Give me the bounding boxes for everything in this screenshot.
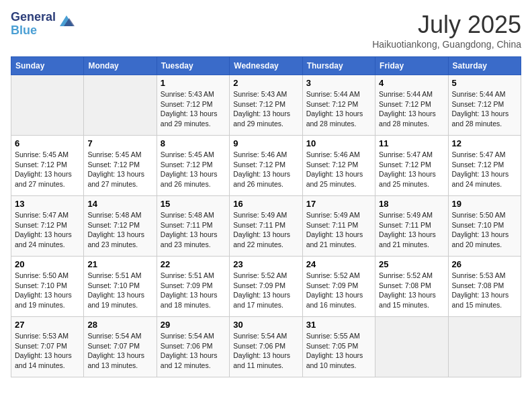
day-info-line: Sunrise: 5:51 AM bbox=[161, 271, 226, 281]
day-cell: 4Sunrise: 5:44 AMSunset: 7:12 PMDaylight… bbox=[375, 75, 448, 136]
day-cell: 28Sunrise: 5:54 AMSunset: 7:07 PMDayligh… bbox=[84, 317, 157, 377]
day-number: 2 bbox=[233, 78, 298, 88]
calendar-table: SundayMondayTuesdayWednesdayThursdayFrid… bbox=[11, 56, 521, 377]
day-info-line: Sunset: 7:08 PM bbox=[452, 281, 517, 291]
day-number: 25 bbox=[379, 259, 444, 269]
week-row-3: 13Sunrise: 5:47 AMSunset: 7:12 PMDayligh… bbox=[11, 196, 521, 257]
day-cell: 18Sunrise: 5:49 AMSunset: 7:11 PMDayligh… bbox=[375, 196, 448, 257]
day-info-line: Sunrise: 5:52 AM bbox=[379, 271, 444, 281]
day-cell: 30Sunrise: 5:54 AMSunset: 7:06 PMDayligh… bbox=[230, 317, 302, 377]
day-info-line: Daylight: 13 hours and 16 minutes. bbox=[306, 290, 371, 310]
day-number: 28 bbox=[87, 320, 152, 330]
day-number: 4 bbox=[379, 78, 444, 88]
day-cell: 25Sunrise: 5:52 AMSunset: 7:08 PMDayligh… bbox=[375, 257, 448, 317]
day-info-line: Sunrise: 5:48 AM bbox=[87, 210, 152, 220]
day-number: 1 bbox=[161, 78, 226, 88]
day-info-line: Sunrise: 5:49 AM bbox=[233, 210, 298, 220]
day-info-line: Daylight: 13 hours and 15 minutes. bbox=[379, 290, 444, 310]
day-info-line: Daylight: 13 hours and 13 minutes. bbox=[87, 351, 152, 370]
day-number: 26 bbox=[452, 259, 517, 269]
day-info-line: Sunset: 7:09 PM bbox=[161, 281, 226, 291]
day-info-line: Daylight: 13 hours and 21 minutes. bbox=[306, 230, 371, 249]
day-info-line: Daylight: 13 hours and 29 minutes. bbox=[233, 109, 298, 128]
day-number: 15 bbox=[161, 199, 226, 209]
logo: General Blue bbox=[11, 11, 76, 38]
day-info-line: Sunset: 7:12 PM bbox=[452, 99, 517, 109]
day-info-line: Sunrise: 5:49 AM bbox=[379, 210, 444, 220]
day-info-line: Sunset: 7:06 PM bbox=[233, 341, 298, 351]
day-info-line: Sunset: 7:05 PM bbox=[306, 341, 371, 351]
day-info-line: Sunset: 7:07 PM bbox=[87, 341, 152, 351]
day-cell: 3Sunrise: 5:44 AMSunset: 7:12 PMDaylight… bbox=[302, 75, 375, 136]
day-cell: 6Sunrise: 5:45 AMSunset: 7:12 PMDaylight… bbox=[11, 136, 84, 196]
header-row: SundayMondayTuesdayWednesdayThursdayFrid… bbox=[11, 57, 521, 75]
day-info: Sunrise: 5:53 AMSunset: 7:07 PMDaylight:… bbox=[15, 331, 80, 371]
day-number: 17 bbox=[306, 199, 371, 209]
day-info-line: Sunset: 7:09 PM bbox=[306, 281, 371, 291]
day-cell: 12Sunrise: 5:47 AMSunset: 7:12 PMDayligh… bbox=[448, 136, 521, 196]
day-number: 5 bbox=[452, 78, 517, 88]
day-info-line: Sunrise: 5:45 AM bbox=[161, 150, 226, 160]
col-header-monday: Monday bbox=[84, 57, 157, 75]
week-row-5: 27Sunrise: 5:53 AMSunset: 7:07 PMDayligh… bbox=[11, 317, 521, 377]
day-info-line: Sunset: 7:12 PM bbox=[452, 160, 517, 170]
day-number: 22 bbox=[161, 259, 226, 269]
day-info-line: Daylight: 13 hours and 29 minutes. bbox=[161, 109, 226, 128]
day-cell: 29Sunrise: 5:54 AMSunset: 7:06 PMDayligh… bbox=[157, 317, 229, 377]
day-info-line: Sunset: 7:07 PM bbox=[15, 341, 80, 351]
day-info-line: Sunset: 7:10 PM bbox=[452, 220, 517, 230]
day-info-line: Sunrise: 5:47 AM bbox=[15, 210, 80, 220]
logo-icon bbox=[57, 14, 76, 29]
day-info-line: Sunrise: 5:44 AM bbox=[452, 89, 517, 99]
col-header-saturday: Saturday bbox=[448, 57, 521, 75]
day-info-line: Sunrise: 5:50 AM bbox=[452, 210, 517, 220]
day-info: Sunrise: 5:51 AMSunset: 7:09 PMDaylight:… bbox=[161, 271, 226, 310]
day-info-line: Sunrise: 5:45 AM bbox=[87, 150, 152, 160]
day-info: Sunrise: 5:49 AMSunset: 7:11 PMDaylight:… bbox=[306, 210, 371, 250]
day-info: Sunrise: 5:52 AMSunset: 7:09 PMDaylight:… bbox=[233, 271, 298, 310]
col-header-thursday: Thursday bbox=[302, 57, 375, 75]
day-info-line: Daylight: 13 hours and 17 minutes. bbox=[233, 290, 298, 310]
day-info: Sunrise: 5:48 AMSunset: 7:11 PMDaylight:… bbox=[161, 210, 226, 250]
day-info: Sunrise: 5:52 AMSunset: 7:09 PMDaylight:… bbox=[306, 271, 371, 310]
day-number: 12 bbox=[452, 138, 517, 148]
day-info-line: Sunrise: 5:43 AM bbox=[233, 89, 298, 99]
day-info: Sunrise: 5:43 AMSunset: 7:12 PMDaylight:… bbox=[161, 89, 226, 129]
day-info-line: Daylight: 13 hours and 25 minutes. bbox=[379, 169, 444, 189]
day-info-line: Sunrise: 5:47 AM bbox=[379, 150, 444, 160]
day-number: 23 bbox=[233, 259, 298, 269]
day-info-line: Sunrise: 5:54 AM bbox=[87, 331, 152, 341]
day-info-line: Daylight: 13 hours and 12 minutes. bbox=[161, 351, 226, 370]
day-info-line: Daylight: 13 hours and 24 minutes. bbox=[452, 169, 517, 189]
day-info-line: Daylight: 13 hours and 11 minutes. bbox=[233, 351, 298, 370]
day-info-line: Sunset: 7:12 PM bbox=[233, 99, 298, 109]
day-cell: 21Sunrise: 5:51 AMSunset: 7:10 PMDayligh… bbox=[84, 257, 157, 317]
day-info-line: Sunset: 7:12 PM bbox=[379, 99, 444, 109]
day-info-line: Sunrise: 5:44 AM bbox=[306, 89, 371, 99]
day-info: Sunrise: 5:45 AMSunset: 7:12 PMDaylight:… bbox=[15, 150, 80, 189]
day-info-line: Sunrise: 5:47 AM bbox=[452, 150, 517, 160]
day-number: 31 bbox=[306, 320, 371, 330]
day-info-line: Sunrise: 5:44 AM bbox=[379, 89, 444, 99]
day-info-line: Sunset: 7:06 PM bbox=[161, 341, 226, 351]
day-number: 24 bbox=[306, 259, 371, 269]
day-cell: 22Sunrise: 5:51 AMSunset: 7:09 PMDayligh… bbox=[157, 257, 229, 317]
day-info-line: Sunrise: 5:45 AM bbox=[15, 150, 80, 160]
day-cell: 20Sunrise: 5:50 AMSunset: 7:10 PMDayligh… bbox=[11, 257, 84, 317]
day-cell bbox=[375, 317, 448, 377]
day-number: 21 bbox=[87, 259, 152, 269]
day-info: Sunrise: 5:54 AMSunset: 7:07 PMDaylight:… bbox=[87, 331, 152, 371]
day-info-line: Daylight: 13 hours and 20 minutes. bbox=[452, 230, 517, 249]
day-info-line: Daylight: 13 hours and 28 minutes. bbox=[306, 109, 371, 128]
location: Haikuotiankong, Guangdong, China bbox=[372, 39, 521, 50]
day-info: Sunrise: 5:48 AMSunset: 7:12 PMDaylight:… bbox=[87, 210, 152, 250]
day-info-line: Sunset: 7:12 PM bbox=[306, 99, 371, 109]
day-cell: 17Sunrise: 5:49 AMSunset: 7:11 PMDayligh… bbox=[302, 196, 375, 257]
day-info: Sunrise: 5:54 AMSunset: 7:06 PMDaylight:… bbox=[161, 331, 226, 371]
day-info: Sunrise: 5:44 AMSunset: 7:12 PMDaylight:… bbox=[306, 89, 371, 129]
day-info-line: Sunset: 7:12 PM bbox=[306, 160, 371, 170]
day-info-line: Sunrise: 5:52 AM bbox=[306, 271, 371, 281]
day-cell: 1Sunrise: 5:43 AMSunset: 7:12 PMDaylight… bbox=[157, 75, 229, 136]
week-row-4: 20Sunrise: 5:50 AMSunset: 7:10 PMDayligh… bbox=[11, 257, 521, 317]
day-cell: 8Sunrise: 5:45 AMSunset: 7:12 PMDaylight… bbox=[157, 136, 229, 196]
